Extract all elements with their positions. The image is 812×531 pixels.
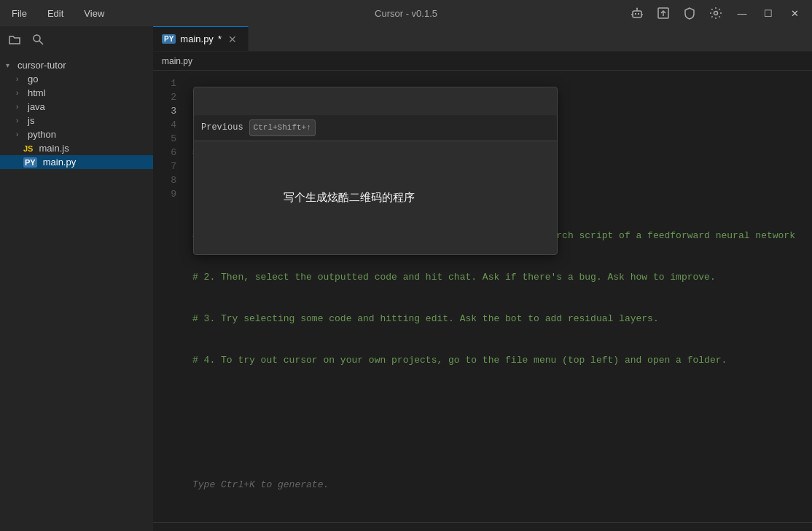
- sidebar-item-main-js[interactable]: JS main.js: [0, 141, 153, 155]
- ai-popup-label: Previous: [201, 121, 243, 135]
- ai-popup-header: Previous Ctrl+Shift+↑: [194, 115, 557, 141]
- shield-icon[interactable]: [679, 3, 700, 23]
- ai-input-text: 写个生成炫酷二维码的程序: [284, 191, 415, 203]
- tree-root-item[interactable]: ▾ cursor-tutor: [0, 58, 153, 72]
- line-num-4: 4: [153, 118, 176, 132]
- code-editor[interactable]: 1 2 3 4 5 6 7 8 9 Previous Ctrl+Shift+↑: [153, 71, 812, 522]
- titlebar: File Edit View Cursor - v0.1.5: [0, 0, 812, 26]
- file-tree: ▾ cursor-tutor › go › html › java: [0, 55, 153, 531]
- tab-close-button[interactable]: ✕: [226, 33, 239, 46]
- sidebar-item-go[interactable]: › go: [0, 72, 153, 86]
- line-num-7: 7: [153, 160, 176, 173]
- gear-icon[interactable]: [706, 3, 726, 23]
- ai-popup-shortcut: Ctrl+Shift+↑: [249, 119, 316, 136]
- code-line-6: # 4. To try out cursor on your own proje…: [192, 353, 812, 367]
- code-line-9: Type Ctrl+K to generate.: [192, 478, 812, 492]
- window-controls: — ☐ ✕: [627, 3, 805, 23]
- sidebar-item-java[interactable]: › java: [0, 100, 153, 114]
- sidebar: ▾ cursor-tutor › go › html › java: [0, 26, 153, 531]
- svg-rect-1: [635, 13, 636, 15]
- tab-bar: PY main.py * ✕: [153, 26, 812, 52]
- sidebar-item-js-folder[interactable]: › js: [0, 114, 153, 127]
- titlebar-menu: File Edit View: [7, 7, 109, 20]
- svg-point-10: [34, 35, 40, 42]
- maximize-button[interactable]: ☐: [758, 3, 778, 23]
- svg-line-11: [39, 41, 43, 44]
- sidebar-item-main-py[interactable]: PY main.py: [0, 155, 153, 169]
- line-num-3: 3: [153, 104, 176, 118]
- code-line-8: [192, 436, 812, 450]
- line-num-6: 6: [153, 146, 176, 160]
- svg-point-9: [714, 12, 718, 15]
- export-icon[interactable]: [653, 3, 674, 23]
- tab-main-py[interactable]: PY main.py * ✕: [153, 26, 249, 51]
- menu-view[interactable]: View: [79, 7, 109, 20]
- breadcrumb-text: main.py: [162, 56, 192, 66]
- code-line-5: # 3. Try selecting some code and hitting…: [192, 312, 812, 326]
- robot-icon[interactable]: [627, 3, 647, 23]
- folder-icon[interactable]: [6, 31, 23, 51]
- tab-py-icon: PY: [162, 34, 176, 44]
- sidebar-toolbar: [0, 26, 153, 55]
- app-title: Cursor - v0.1.5: [375, 8, 437, 19]
- svg-rect-2: [638, 13, 639, 15]
- svg-rect-0: [633, 11, 641, 17]
- breadcrumb: main.py: [153, 52, 812, 71]
- ai-popup[interactable]: Previous Ctrl+Shift+↑ 写个生成炫酷二维码的程序: [193, 87, 558, 255]
- line-num-8: 8: [153, 173, 176, 187]
- sidebar-item-python[interactable]: › python: [0, 127, 153, 141]
- line-num-5: 5: [153, 132, 176, 146]
- svg-point-4: [636, 8, 638, 9]
- close-button[interactable]: ✕: [784, 3, 805, 23]
- code-line-7: [192, 395, 812, 409]
- code-content: 1 2 3 4 5 6 7 8 9 Previous Ctrl+Shift+↑: [153, 71, 812, 522]
- line-numbers: 1 2 3 4 5 6 7 8 9: [153, 71, 182, 522]
- tab-modified: *: [218, 34, 222, 44]
- sidebar-item-html[interactable]: › html: [0, 86, 153, 100]
- menu-file[interactable]: File: [7, 7, 31, 20]
- line-num-2: 2: [153, 90, 176, 104]
- tab-label: main.py: [180, 34, 214, 44]
- main-area: ▾ cursor-tutor › go › html › java: [0, 26, 812, 531]
- code-line-4: # 2. Then, select the outputted code and…: [192, 270, 812, 284]
- line-num-9: 9: [153, 187, 176, 201]
- ai-input-area[interactable]: 写个生成炫酷二维码的程序: [194, 169, 557, 227]
- editor-area: PY main.py * ✕ main.py 1 2 3 4 5 6 7: [153, 26, 812, 531]
- minimize-button[interactable]: —: [732, 3, 752, 23]
- search-icon[interactable]: [29, 31, 47, 51]
- menu-edit[interactable]: Edit: [43, 7, 68, 20]
- code-lines[interactable]: Previous Ctrl+Shift+↑ 写个生成炫酷二维码的程序 # W #…: [182, 71, 812, 522]
- line-num-1: 1: [153, 76, 176, 90]
- bottom-scrollbar[interactable]: [153, 522, 812, 531]
